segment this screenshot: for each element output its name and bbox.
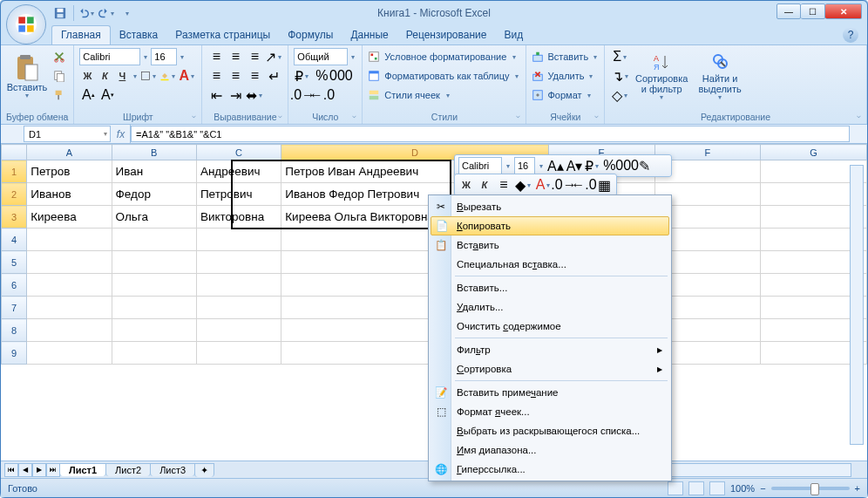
tab-home[interactable]: Главная	[51, 25, 111, 44]
ctx-format-cells[interactable]: ⬚Формат ячеек...	[431, 402, 669, 421]
cut-icon[interactable]	[51, 48, 68, 65]
mini-borders-icon[interactable]: ▦	[595, 176, 613, 194]
ctx-insert[interactable]: Вставить...	[431, 278, 669, 297]
shrink-font-icon[interactable]: A▾	[98, 86, 116, 104]
fill-icon[interactable]: ↴▾	[610, 67, 631, 85]
comma-icon[interactable]: 000	[332, 67, 349, 85]
font-size-input[interactable]	[151, 48, 177, 65]
align-left-icon[interactable]: ≡	[207, 67, 225, 85]
align-bottom-icon[interactable]: ≡	[246, 48, 263, 65]
cell[interactable]: Викторовна	[196, 206, 281, 229]
sheet-tab-1[interactable]: Лист1	[59, 463, 106, 476]
sheet-tab-3[interactable]: Лист3	[150, 463, 195, 476]
help-icon[interactable]: ?	[843, 27, 858, 43]
mini-font-size[interactable]	[514, 157, 535, 174]
row-header-7[interactable]: 7	[2, 297, 27, 319]
ctx-paste[interactable]: 📋Вставить	[431, 235, 669, 255]
increase-indent-icon[interactable]: ⇥	[227, 86, 244, 104]
ctx-comment[interactable]: 📝Вставить примечание	[431, 383, 669, 402]
ctx-dropdown-list[interactable]: Выбрать из раскрывающегося списка...	[431, 421, 669, 440]
cell[interactable]: Петров	[27, 160, 112, 183]
row-header-3[interactable]: 3	[2, 206, 27, 229]
bold-button[interactable]: Ж	[79, 71, 95, 81]
new-sheet-icon[interactable]: ✦	[194, 463, 214, 477]
sort-filter-button[interactable]: АЯ Сортировка и фильтр▾	[634, 48, 689, 106]
mini-italic-button[interactable]: К	[477, 180, 492, 190]
format-cells-button[interactable]: Формат▾	[532, 86, 592, 104]
close-button[interactable]: ✕	[825, 3, 862, 19]
mini-percent-icon[interactable]: %	[603, 157, 615, 174]
mini-inc-decimal-icon[interactable]: .0→	[555, 176, 573, 194]
save-icon[interactable]	[51, 4, 69, 22]
font-color-icon[interactable]: A▾	[179, 67, 196, 85]
number-format-input[interactable]	[294, 48, 348, 65]
col-header-g[interactable]: G	[761, 145, 867, 160]
mini-shrink-font-icon[interactable]: A▾	[566, 157, 583, 174]
underline-button[interactable]: Ч	[114, 71, 130, 81]
minimize-button[interactable]: —	[776, 3, 801, 19]
mini-bold-button[interactable]: Ж	[458, 180, 474, 190]
delete-cells-button[interactable]: Удалить▾	[532, 67, 594, 85]
sheet-tab-2[interactable]: Лист2	[105, 463, 151, 476]
zoom-slider[interactable]	[771, 487, 850, 490]
mini-comma-icon[interactable]: 000	[619, 157, 636, 174]
page-break-view-icon[interactable]	[709, 481, 725, 495]
mini-font-color-icon[interactable]: A▾	[535, 176, 553, 194]
row-header-5[interactable]: 5	[2, 251, 27, 274]
align-center-icon[interactable]: ≡	[227, 67, 244, 85]
format-as-table-button[interactable]: Форматировать как таблицу▾	[368, 67, 520, 85]
cell[interactable]: Андреевич	[196, 160, 281, 183]
row-header-9[interactable]: 9	[2, 342, 27, 365]
sheet-nav-last-icon[interactable]: ⏭	[46, 463, 60, 477]
find-select-button[interactable]: Найти и выделить▾	[692, 48, 748, 106]
mini-grow-font-icon[interactable]: A▴	[547, 157, 564, 174]
cell[interactable]: Иван	[112, 160, 196, 183]
row-header-4[interactable]: 4	[2, 229, 27, 251]
sheet-nav-prev-icon[interactable]: ◀	[18, 463, 32, 477]
currency-icon[interactable]: ₽▾	[294, 67, 311, 85]
fill-color-icon[interactable]: ▾	[159, 67, 177, 85]
zoom-level[interactable]: 100%	[730, 483, 755, 494]
formula-input[interactable]: =A1&" "&B1&" "&C1	[131, 126, 850, 142]
tab-review[interactable]: Рецензирование	[397, 26, 496, 44]
tab-view[interactable]: Вид	[495, 26, 532, 44]
office-button[interactable]	[6, 4, 46, 44]
col-header-c[interactable]: C	[196, 145, 281, 160]
col-header-b[interactable]: B	[112, 145, 196, 160]
mini-fill-color-icon[interactable]: ◆▾	[515, 176, 532, 194]
align-top-icon[interactable]: ≡	[207, 48, 225, 65]
percent-icon[interactable]: %	[313, 67, 330, 85]
conditional-formatting-button[interactable]: Условное форматирование▾	[368, 48, 518, 65]
row-header-2[interactable]: 2	[2, 183, 27, 206]
align-right-icon[interactable]: ≡	[246, 67, 263, 85]
tab-page-layout[interactable]: Разметка страницы	[166, 26, 279, 44]
mini-format-painter-icon[interactable]: ✎	[639, 157, 650, 174]
vertical-scrollbar[interactable]	[850, 165, 864, 445]
mini-dec-decimal-icon[interactable]: ←.0	[575, 176, 593, 194]
ctx-cut[interactable]: ✂Вырезать	[431, 197, 669, 216]
undo-icon[interactable]: ▾	[78, 4, 96, 22]
mini-font-name[interactable]	[458, 157, 502, 174]
ctx-clear[interactable]: Очистить содержимое	[431, 317, 669, 336]
sheet-nav-first-icon[interactable]: ⏮	[4, 463, 18, 477]
cell-styles-button[interactable]: Стили ячеек▾	[368, 86, 451, 104]
ctx-delete[interactable]: Удалить...	[431, 297, 669, 317]
col-header-a[interactable]: A	[27, 145, 112, 160]
ctx-hyperlink[interactable]: 🌐Гиперссылка...	[431, 460, 669, 479]
qat-customize-icon[interactable]: ▾	[119, 4, 136, 22]
tab-formulas[interactable]: Формулы	[279, 26, 342, 44]
clear-icon[interactable]: ◇▾	[610, 86, 631, 104]
mini-align-center-icon[interactable]: ≡	[495, 176, 512, 194]
page-layout-view-icon[interactable]	[688, 481, 704, 495]
decrease-indent-icon[interactable]: ⇤	[207, 86, 225, 104]
insert-cells-button[interactable]: Вставить▾	[532, 48, 599, 65]
cell[interactable]: Иванов	[27, 183, 112, 206]
name-box[interactable]: D1	[24, 126, 111, 142]
wrap-text-icon[interactable]: ↵	[265, 67, 282, 85]
horizontal-scrollbar[interactable]	[660, 463, 851, 477]
normal-view-icon[interactable]	[668, 481, 683, 495]
font-name-input[interactable]	[79, 48, 140, 65]
copy-icon[interactable]	[51, 67, 68, 85]
cell[interactable]: Ольга	[112, 206, 196, 229]
row-header-1[interactable]: 1	[2, 160, 27, 183]
